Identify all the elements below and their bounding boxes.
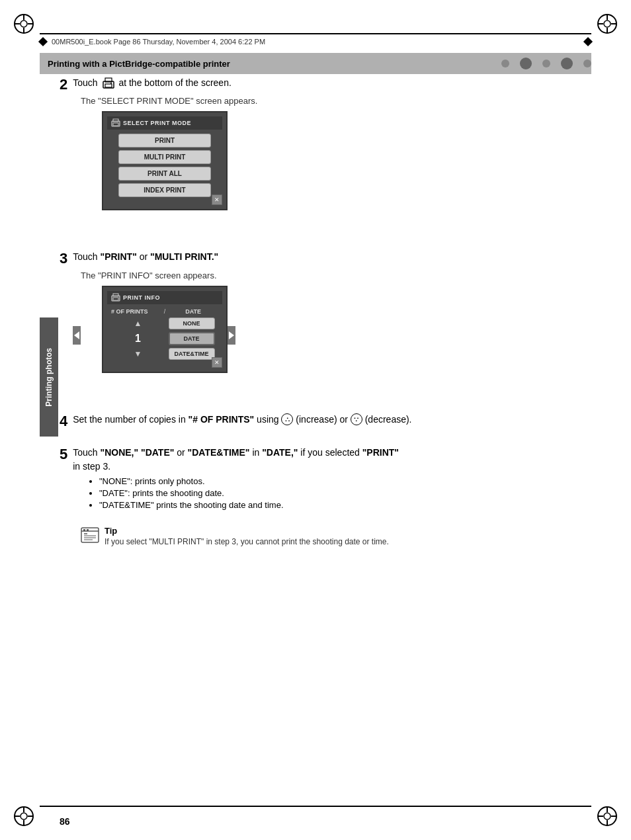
print-info-title-bar: PRINT INFO bbox=[107, 291, 222, 304]
col-prints-label: # OF PRINTS bbox=[111, 308, 161, 315]
nav-arrow-left[interactable] bbox=[73, 326, 81, 345]
step-3-number: 3 bbox=[60, 250, 67, 267]
svg-marker-32 bbox=[229, 331, 234, 339]
select-print-mode-screen: SELECT PRINT MODE PRINT MULTI PRINT PRIN… bbox=[81, 111, 228, 222]
print-info-close-button[interactable]: ✕ bbox=[212, 357, 222, 368]
increase-symbol: ∴ bbox=[281, 413, 293, 425]
step-2-subtext: The "SELECT PRINT MODE" screen appears. bbox=[81, 96, 585, 106]
col-slash: / bbox=[164, 308, 166, 315]
step-3-header: 3 Touch "PRINT" or "MULTI PRINT." bbox=[60, 250, 585, 267]
bullet-none: "NONE": prints only photos. bbox=[99, 476, 585, 486]
print-info-printer-icon bbox=[111, 293, 120, 302]
print-info-row-date: 1 DATE bbox=[107, 332, 222, 345]
step-5-instruction: Touch "NONE," "DATE" or "DATE&TIME" in "… bbox=[73, 446, 399, 474]
screen-title-text: SELECT PRINT MODE bbox=[123, 120, 191, 126]
svg-point-1 bbox=[21, 21, 27, 27]
diamond-left bbox=[38, 37, 48, 46]
print-info-screen: PRINT INFO # OF PRINTS / DATE ▲ NONE bbox=[102, 286, 228, 373]
corner-mark-bl bbox=[12, 804, 36, 828]
decrease-symbol: ∵ bbox=[351, 413, 362, 425]
step-4: 4 Set the number of copies in "# OF PRIN… bbox=[60, 413, 585, 430]
svg-point-27 bbox=[110, 83, 112, 84]
deco-circle-3 bbox=[542, 60, 550, 67]
print-info-col-headers: # OF PRINTS / DATE bbox=[107, 308, 222, 315]
sidebar-tab-label: Printing photos bbox=[44, 348, 54, 407]
corner-mark-br bbox=[595, 804, 619, 828]
prints-up-arrow: ▲ bbox=[111, 319, 165, 328]
prints-down-arrow: ▼ bbox=[111, 349, 165, 358]
tip-box: Tip If you select "MULTI PRINT" in step … bbox=[81, 526, 585, 546]
file-info-bar: 00MR500i_E.book Page 86 Thursday, Novemb… bbox=[40, 34, 591, 49]
print-info-row-none: ▲ NONE bbox=[107, 317, 222, 329]
svg-rect-29 bbox=[113, 123, 118, 126]
bottom-border bbox=[40, 806, 591, 807]
step-4-number: 4 bbox=[60, 413, 67, 430]
printer-icon bbox=[102, 77, 115, 89]
screen-printer-icon bbox=[111, 118, 120, 128]
screen-mockup-select-mode: SELECT PRINT MODE PRINT MULTI PRINT PRIN… bbox=[102, 111, 228, 210]
step-5-number: 5 bbox=[60, 446, 67, 463]
step-4-instruction: Set the number of copies in "# OF PRINTS… bbox=[73, 413, 411, 427]
sidebar-tab: Printing photos bbox=[40, 317, 58, 437]
nav-arrow-right[interactable] bbox=[228, 326, 235, 345]
screen-title-bar: SELECT PRINT MODE bbox=[107, 116, 222, 130]
btn-multi-print[interactable]: MULTI PRINT bbox=[118, 150, 211, 164]
btn-date[interactable]: DATE bbox=[169, 332, 215, 345]
corner-mark-tl bbox=[12, 12, 36, 36]
step-5-header: 5 Touch "NONE," "DATE" or "DATE&TIME" in… bbox=[60, 446, 585, 474]
btn-none[interactable]: NONE bbox=[169, 317, 215, 329]
deco-circle-1 bbox=[501, 60, 509, 67]
print-info-screen-wrapper: PRINT INFO # OF PRINTS / DATE ▲ NONE bbox=[81, 286, 228, 385]
svg-rect-39 bbox=[87, 529, 89, 531]
step-3-subtext: The "PRINT INFO" screen appears. bbox=[81, 271, 585, 280]
svg-rect-38 bbox=[83, 529, 85, 531]
step-2-number: 2 bbox=[60, 76, 67, 93]
print-info-title-text: PRINT INFO bbox=[123, 294, 160, 301]
btn-print[interactable]: PRINT bbox=[118, 134, 211, 147]
header-decoration bbox=[501, 53, 591, 74]
bullet-datetime: "DATE&TIME" prints the shooting date and… bbox=[99, 500, 585, 510]
screen-close-button[interactable]: ✕ bbox=[212, 194, 222, 205]
step-2: 2 Touch at the bottom of the screen. The… bbox=[60, 76, 585, 234]
deco-circle-2 bbox=[520, 58, 532, 69]
header-band-title: Printing with a PictBridge-compatible pr… bbox=[48, 59, 230, 69]
deco-circle-4 bbox=[561, 58, 573, 69]
deco-circle-5 bbox=[583, 60, 591, 67]
btn-index-print[interactable]: INDEX PRINT bbox=[118, 183, 211, 197]
col-date-label: DATE bbox=[168, 308, 218, 315]
prints-number: 1 bbox=[111, 333, 165, 345]
svg-point-7 bbox=[604, 21, 610, 27]
diamond-right bbox=[583, 37, 593, 46]
btn-print-all[interactable]: PRINT ALL bbox=[118, 167, 211, 181]
step-4-header: 4 Set the number of copies in "# OF PRIN… bbox=[60, 413, 585, 430]
step-2-header: 2 Touch at the bottom of the screen. bbox=[60, 76, 585, 93]
tip-label: Tip bbox=[105, 526, 389, 536]
corner-mark-tr bbox=[595, 12, 619, 36]
btn-datetime[interactable]: DATE&TIME bbox=[169, 348, 215, 360]
tip-icon bbox=[81, 526, 99, 544]
svg-rect-25 bbox=[105, 84, 112, 87]
step-2-instruction: Touch at the bottom of the screen. bbox=[73, 76, 231, 90]
bullet-date: "DATE": prints the shooting date. bbox=[99, 488, 585, 498]
svg-marker-31 bbox=[74, 331, 79, 339]
step-5-bullets: "NONE": prints only photos. "DATE": prin… bbox=[89, 476, 585, 510]
step-3-instruction: Touch "PRINT" or "MULTI PRINT." bbox=[73, 250, 218, 264]
tip-text: If you select "MULTI PRINT" in step 3, y… bbox=[105, 537, 389, 546]
tip-content: Tip If you select "MULTI PRINT" in step … bbox=[105, 526, 389, 546]
step-3: 3 Touch "PRINT" or "MULTI PRINT." The "P… bbox=[60, 250, 585, 396]
svg-rect-34 bbox=[113, 298, 118, 300]
page-number: 86 bbox=[60, 816, 70, 827]
svg-point-19 bbox=[604, 813, 610, 819]
main-content: 2 Touch at the bottom of the screen. The… bbox=[60, 76, 585, 546]
step-5: 5 Touch "NONE," "DATE" or "DATE&TIME" in… bbox=[60, 446, 585, 510]
svg-point-13 bbox=[21, 813, 27, 819]
file-info-text: 00MR500i_E.book Page 86 Thursday, Novemb… bbox=[52, 38, 579, 46]
print-info-row-datetime: ▼ DATE&TIME bbox=[107, 348, 222, 360]
